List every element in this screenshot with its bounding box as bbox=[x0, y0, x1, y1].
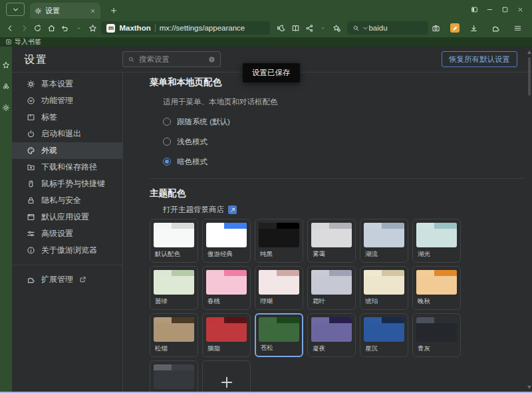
extensions-label: 扩展管理 bbox=[41, 274, 73, 285]
color-mode-option[interactable]: 暗色模式 bbox=[163, 156, 527, 167]
sidebar-item-label: 外观 bbox=[41, 145, 57, 156]
sidebar-item[interactable]: 启动和退出 bbox=[12, 126, 122, 142]
tab-close-icon[interactable] bbox=[90, 8, 96, 14]
night-mode-icon[interactable] bbox=[275, 24, 289, 33]
theme-name: 茵绿 bbox=[155, 297, 168, 306]
sidebar-item[interactable]: 基本设置 bbox=[12, 76, 122, 92]
share-caret-icon[interactable] bbox=[316, 26, 330, 31]
reader-mode-icon[interactable] bbox=[289, 24, 303, 33]
theme-swatch bbox=[154, 317, 194, 342]
bookmark-star-button[interactable] bbox=[86, 24, 100, 33]
reload-button[interactable] bbox=[31, 24, 45, 33]
tab-icon bbox=[27, 113, 35, 122]
restore-defaults-button[interactable]: 恢复所有默认设置 bbox=[442, 51, 517, 67]
search-engine-caret-icon[interactable] bbox=[362, 25, 366, 32]
address-bar[interactable]: m Maxthon mx://settings/appearance bbox=[101, 21, 270, 35]
add-theme-card[interactable] bbox=[202, 360, 251, 392]
scroll-thumb[interactable] bbox=[528, 57, 531, 96]
apps-panel-icon[interactable] bbox=[2, 82, 10, 90]
screenshot-icon[interactable] bbox=[428, 24, 444, 33]
favorites-panel-icon[interactable] bbox=[2, 61, 10, 69]
sidebar-item[interactable]: 默认应用设置 bbox=[12, 209, 122, 225]
theme-card[interactable]: 晚秋 bbox=[412, 266, 461, 310]
sidebar-item-label: 下载和保存路径 bbox=[41, 162, 97, 173]
sidebar-item[interactable]: 隐私与安全 bbox=[12, 192, 122, 209]
sidebar-item[interactable]: 标签 bbox=[12, 109, 122, 126]
boss-key-icon[interactable] bbox=[471, 6, 478, 13]
share-icon[interactable] bbox=[303, 24, 317, 33]
theme-card[interactable]: 默认配色 bbox=[150, 219, 198, 263]
theme-name: 松烟 bbox=[155, 344, 168, 353]
theme-swatch bbox=[259, 317, 299, 342]
tab-title: 设置 bbox=[45, 6, 86, 16]
theme-card[interactable]: 潮流 bbox=[360, 219, 408, 263]
scroll-down-arrow[interactable] bbox=[527, 386, 531, 389]
menu-colors-subtitle: 适用于菜单、本地页和对话框配色 bbox=[163, 97, 527, 107]
favorites-settings-icon[interactable] bbox=[330, 24, 344, 33]
sidebar-item[interactable]: 外观 bbox=[12, 142, 122, 159]
import-bookmarks-label[interactable]: 导入书签 bbox=[15, 37, 41, 47]
undo-close-button[interactable] bbox=[59, 24, 72, 33]
sidebar-item[interactable]: 功能管理 bbox=[12, 92, 122, 109]
folder-download-icon bbox=[27, 163, 35, 172]
url-text[interactable]: mx://settings/appearance bbox=[160, 24, 245, 32]
sidebar-item[interactable]: 关于傲游浏览器 bbox=[12, 242, 122, 259]
theme-card[interactable]: 湖光 bbox=[412, 219, 461, 263]
back-button[interactable] bbox=[3, 24, 17, 33]
maximize-icon[interactable] bbox=[501, 6, 509, 13]
theme-card[interactable]: 胭脂 bbox=[202, 313, 251, 357]
theme-card[interactable]: 暗夜 bbox=[150, 360, 198, 392]
theme-card[interactable]: 苍松 bbox=[255, 313, 303, 357]
color-mode-label: 浅色模式 bbox=[177, 137, 207, 147]
theme-card[interactable]: 茵绿 bbox=[150, 266, 198, 310]
maxthon-logo: m bbox=[106, 24, 115, 33]
tab-list-button[interactable] bbox=[6, 3, 25, 16]
sidebar-item[interactable]: 鼠标手势与快捷键 bbox=[12, 176, 122, 192]
theme-card[interactable]: 傲游经典 bbox=[202, 219, 251, 263]
theme-card[interactable]: 松烟 bbox=[150, 313, 198, 357]
theme-card[interactable]: 春桃 bbox=[202, 266, 251, 310]
extensions-icon[interactable] bbox=[488, 24, 503, 33]
theme-card[interactable]: 雾霭 bbox=[307, 219, 356, 263]
sidebar-item[interactable]: 下载和保存路径 bbox=[12, 159, 122, 176]
bookmarks-bar: 导入书签 bbox=[0, 37, 532, 47]
maxnote-icon[interactable] bbox=[450, 23, 460, 33]
active-tab[interactable]: 设置 bbox=[30, 3, 100, 19]
theme-store-link[interactable]: 打开主题背景商店 bbox=[163, 205, 527, 215]
undo-caret-icon[interactable] bbox=[72, 26, 86, 31]
side-strip bbox=[0, 47, 12, 392]
close-icon[interactable] bbox=[517, 6, 524, 13]
theme-name: 傲游经典 bbox=[207, 250, 233, 259]
theme-card[interactable]: 凝夜 bbox=[307, 313, 356, 357]
home-button[interactable] bbox=[45, 24, 59, 33]
minimize-icon[interactable] bbox=[486, 6, 493, 13]
settings-panel-icon[interactable] bbox=[2, 104, 10, 112]
quick-search-box[interactable]: baidu bbox=[347, 21, 428, 35]
section-divider bbox=[150, 178, 524, 179]
new-tab-button[interactable] bbox=[110, 7, 118, 15]
main-menu-icon[interactable] bbox=[510, 24, 525, 33]
color-mode-label: 暗色模式 bbox=[177, 157, 207, 167]
theme-card[interactable]: 纯黑 bbox=[255, 219, 303, 263]
clear-search-icon[interactable] bbox=[208, 56, 215, 63]
scroll-up-arrow[interactable] bbox=[527, 51, 531, 54]
search-icon bbox=[352, 25, 360, 32]
sidebar-item-label: 标签 bbox=[41, 112, 57, 123]
settings-search-input[interactable]: 搜索设置 bbox=[122, 51, 221, 67]
palette-icon bbox=[27, 146, 35, 155]
scrollbar[interactable] bbox=[527, 47, 532, 392]
theme-card[interactable]: 霜叶 bbox=[307, 266, 356, 310]
color-mode-option[interactable]: 跟随系统 (默认) bbox=[163, 116, 527, 127]
settings-sidebar: 基本设置功能管理标签启动和退出外观下载和保存路径鼠标手势与快捷键隐私与安全默认应… bbox=[12, 76, 122, 259]
theme-card[interactable]: 琥珀 bbox=[360, 266, 408, 310]
sidebar-item[interactable]: 高级设置 bbox=[12, 225, 122, 242]
sidebar-item-extensions[interactable]: 扩展管理 bbox=[12, 271, 122, 288]
theme-card[interactable]: 青灰 bbox=[412, 313, 461, 357]
color-mode-option[interactable]: 浅色模式 bbox=[163, 136, 527, 147]
theme-swatch bbox=[311, 270, 352, 295]
downloads-icon[interactable] bbox=[466, 24, 481, 33]
theme-card[interactable]: 理瑚 bbox=[255, 266, 303, 310]
forward-button[interactable] bbox=[17, 24, 31, 33]
theme-card[interactable]: 星沉 bbox=[360, 313, 408, 357]
theme-name: 默认配色 bbox=[155, 250, 180, 259]
